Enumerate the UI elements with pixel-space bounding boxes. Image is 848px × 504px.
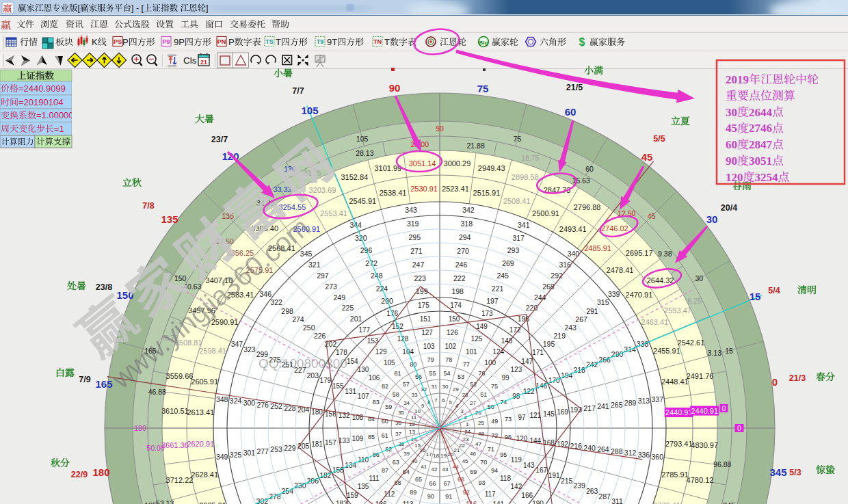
svg-text:78: 78 — [445, 356, 452, 363]
svg-text:148: 148 — [501, 337, 513, 345]
svg-text:45: 45 — [641, 151, 653, 163]
svg-text:127: 127 — [421, 329, 433, 336]
svg-text:49: 49 — [491, 418, 498, 425]
svg-text:141: 141 — [492, 501, 504, 504]
svg-text:125: 125 — [471, 335, 483, 343]
svg-text:95: 95 — [500, 451, 507, 458]
svg-text:94: 94 — [491, 467, 498, 474]
svg-text:85: 85 — [368, 434, 375, 440]
svg-text:105: 105 — [356, 135, 369, 143]
svg-text:79: 79 — [427, 356, 434, 363]
svg-text:4780.12: 4780.12 — [687, 476, 714, 484]
svg-text:22/9: 22/9 — [71, 470, 88, 479]
svg-text:P9: P9 — [162, 38, 170, 45]
svg-text:87: 87 — [382, 467, 388, 474]
svg-text:93: 93 — [478, 479, 485, 486]
svg-text:175: 175 — [418, 302, 429, 309]
svg-text:273: 273 — [325, 282, 337, 291]
svg-text:2695.17: 2695.17 — [626, 249, 653, 257]
svg-text:197: 197 — [486, 297, 499, 305]
svg-text:34: 34 — [403, 400, 410, 406]
svg-text:22: 22 — [459, 442, 465, 449]
svg-text:239: 239 — [573, 481, 585, 490]
svg-text:31: 31 — [432, 384, 438, 390]
svg-text:7/9: 7/9 — [79, 375, 90, 384]
svg-text:3051.14: 3051.14 — [409, 159, 436, 168]
svg-text:221: 221 — [492, 284, 504, 293]
svg-text:173: 173 — [481, 310, 493, 317]
svg-text:1: 1 — [466, 421, 469, 427]
svg-text:42: 42 — [432, 466, 438, 473]
svg-text:73: 73 — [505, 416, 512, 423]
svg-text:2508.41: 2508.41 — [503, 197, 531, 205]
svg-text:3051: 3051 — [749, 155, 772, 168]
svg-text:3661.36: 3661.36 — [161, 441, 189, 449]
svg-text:18.75: 18.75 — [521, 154, 539, 162]
svg-text:191: 191 — [548, 472, 560, 479]
svg-text:179: 179 — [319, 377, 331, 384]
svg-text:2635.91: 2635.91 — [199, 501, 226, 504]
svg-text:18: 18 — [433, 453, 439, 459]
svg-text:177: 177 — [358, 326, 370, 334]
svg-text:90: 90 — [436, 124, 444, 133]
svg-text:2545.91: 2545.91 — [349, 197, 376, 205]
svg-text:3000.29: 3000.29 — [444, 159, 471, 168]
svg-text:2593.47: 2593.47 — [664, 306, 691, 315]
svg-text:265: 265 — [611, 401, 623, 409]
svg-text:2485.91: 2485.91 — [584, 244, 611, 252]
svg-text:172: 172 — [509, 326, 521, 334]
svg-text:19: 19 — [440, 453, 447, 459]
svg-text:180: 180 — [134, 424, 146, 432]
svg-text:198: 198 — [451, 287, 464, 295]
svg-text:53.13: 53.13 — [156, 499, 174, 504]
svg-text:2590.91: 2590.91 — [211, 318, 239, 326]
svg-text:2644: 2644 — [749, 106, 773, 119]
svg-text:300: 300 — [243, 399, 256, 407]
svg-text:2746.02: 2746.02 — [601, 224, 628, 233]
svg-text:277: 277 — [256, 447, 269, 455]
svg-text:5/4: 5/4 — [768, 286, 780, 295]
svg-text:222: 222 — [453, 274, 466, 282]
svg-text:119: 119 — [511, 456, 522, 464]
svg-text:9P: 9P — [174, 37, 185, 47]
svg-text:166: 166 — [521, 492, 533, 499]
svg-text:2491.76: 2491.76 — [687, 372, 714, 380]
svg-text:105: 105 — [384, 359, 395, 367]
svg-text:294: 294 — [459, 233, 471, 241]
svg-text:109: 109 — [352, 435, 364, 442]
svg-text:2523.41: 2523.41 — [442, 185, 469, 193]
svg-text:3: 3 — [460, 408, 464, 414]
svg-text:21: 21 — [200, 59, 207, 66]
svg-text:TN: TN — [373, 38, 382, 45]
svg-text:90: 90 — [726, 155, 737, 168]
svg-text:=1.00000: =1.00000 — [36, 110, 74, 120]
svg-text:15: 15 — [725, 347, 733, 355]
svg-text:295: 295 — [409, 233, 421, 241]
svg-text:10: 10 — [414, 408, 421, 414]
svg-text:33: 33 — [411, 392, 417, 398]
svg-text:105: 105 — [301, 105, 318, 116]
svg-text:242: 242 — [586, 360, 598, 369]
svg-text:96.88: 96.88 — [713, 460, 731, 468]
svg-text:12: 12 — [409, 421, 415, 427]
svg-text:313: 313 — [638, 397, 650, 405]
svg-text:97: 97 — [518, 414, 526, 421]
svg-text:21/3: 21/3 — [789, 373, 806, 383]
svg-text:151: 151 — [420, 315, 432, 323]
svg-text:165: 165 — [95, 378, 112, 390]
svg-text:5/3: 5/3 — [789, 468, 801, 477]
svg-text:120: 120 — [726, 171, 743, 184]
svg-text:325: 325 — [230, 451, 242, 459]
svg-text:219: 219 — [554, 332, 566, 340]
svg-text:2793.41: 2793.41 — [665, 440, 693, 448]
svg-text:181: 181 — [311, 440, 323, 448]
svg-text:2746: 2746 — [749, 122, 772, 135]
svg-text:7/8: 7/8 — [142, 201, 154, 211]
svg-text:2493.41: 2493.41 — [559, 225, 587, 233]
svg-text:=2440.9099: =2440.9099 — [18, 83, 66, 94]
svg-text:324: 324 — [230, 397, 242, 405]
svg-text:157: 157 — [325, 439, 336, 447]
svg-text:3254.55: 3254.55 — [279, 203, 306, 211]
svg-text:Big: Big — [479, 40, 488, 46]
svg-text:46.88: 46.88 — [148, 388, 166, 396]
